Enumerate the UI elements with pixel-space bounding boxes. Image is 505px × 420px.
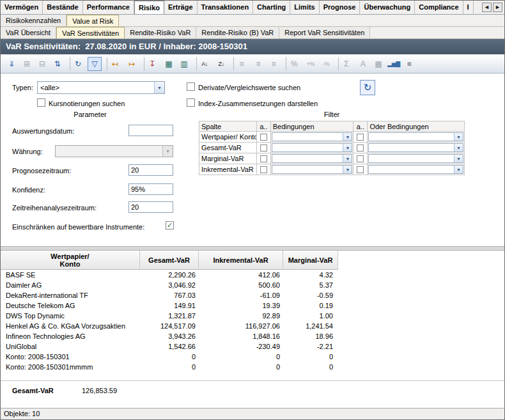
table-row[interactable]: Infineon Technologies AG 3,943.26 1,848.… (1, 331, 338, 341)
menu-tab[interactable]: Transaktionen (198, 1, 254, 14)
kursnotierungen-checkbox[interactable] (37, 98, 45, 107)
einschraenken-checkbox[interactable]: ✓ (166, 221, 174, 229)
align-left-icon[interactable]: ≡ (233, 57, 250, 71)
import-icon[interactable]: ⇓ (4, 57, 19, 71)
font-icon[interactable]: A (356, 57, 370, 71)
derivate-checkbox[interactable] (187, 82, 195, 91)
bedingungen-dropdown[interactable]: ▼ (272, 165, 353, 174)
menu-tab[interactable]: Risiko (134, 1, 164, 14)
table-row[interactable]: DWS Top Dynamic 1,321.87 92.89 1.00 (1, 311, 338, 321)
table-row[interactable]: Deutsche Telekom AG 149.91 19.39 0.19 (1, 300, 338, 311)
table-row[interactable]: UniGlobal 1,542.66 -230.49 -2.21 (1, 341, 338, 352)
table-row[interactable]: Konto: 2008-150301mmmm 0 0 0 (1, 362, 338, 372)
level3-tab[interactable]: VaR Sensitivitäten (56, 27, 125, 38)
chevron-down-icon[interactable]: ▼ (454, 144, 463, 152)
filter-or-checkbox[interactable] (357, 134, 364, 141)
menu-tab[interactable]: Limits (290, 1, 319, 14)
stop-icon[interactable]: ■ (402, 57, 416, 71)
chevron-down-icon[interactable]: ▼ (343, 155, 352, 162)
expand-rows-icon[interactable]: ⇅ (50, 57, 65, 71)
filter-icon[interactable]: ▽ (88, 57, 102, 71)
column-view-icon[interactable]: ▥ (177, 57, 191, 71)
menu-tab[interactable]: Prognose (320, 1, 361, 14)
konfidenz-input[interactable] (128, 183, 173, 195)
export-icon[interactable]: ⊟ (35, 57, 49, 71)
refresh-button[interactable]: ↻ (360, 80, 375, 95)
fit-window-icon[interactable]: ⊞ (20, 57, 34, 71)
bedingungen-dropdown[interactable]: ▼ (272, 154, 353, 163)
column-header-gesamt-var[interactable]: Gesamt-VaR (140, 251, 199, 269)
table-row[interactable]: Henkel AG & Co. KGaA Vorzugsaktien 124,5… (1, 321, 338, 331)
table-view-icon[interactable]: ▦ (162, 57, 176, 71)
percent-icon[interactable]: % (286, 57, 302, 71)
chevron-down-icon[interactable]: ▼ (454, 166, 463, 173)
menu-tab[interactable]: Compliance (415, 1, 463, 14)
filter-and-checkbox[interactable] (260, 166, 267, 173)
menu-tab[interactable]: Performance (83, 1, 134, 14)
column-header-wertpapier-konto[interactable]: Wertpapier/ Konto (1, 251, 140, 269)
grid-icon[interactable]: ▦ (371, 57, 385, 71)
menu-tab[interactable]: Überwachung (360, 1, 415, 14)
percent-increase-icon[interactable]: +% (304, 57, 318, 71)
column-header-inkremental-var[interactable]: Inkremental-VaR (199, 251, 283, 269)
prognosezeitraum-input[interactable] (128, 164, 173, 176)
level2-tab[interactable]: Risikokennzahlen (1, 15, 66, 26)
level3-tab[interactable]: Rendite-Risiko VaR (125, 27, 196, 38)
chevron-down-icon[interactable]: ▼ (154, 82, 164, 93)
filter-and-checkbox[interactable] (260, 144, 267, 152)
drilldown-icon[interactable]: ↧ (144, 57, 160, 71)
menu-tab[interactable]: Charting (253, 1, 290, 14)
menu-tab[interactable]: Erträge (164, 1, 198, 14)
table-row[interactable]: DekaRent-international TF 767.03 -61.09 … (1, 290, 338, 300)
refresh-icon[interactable]: ↻ (70, 57, 86, 71)
zeitreihenanalysezeitraum-input[interactable] (128, 201, 173, 213)
level3-tab[interactable]: Report VaR Sensitivitäten (279, 27, 370, 38)
bedingungen-dropdown[interactable]: ▼ (272, 143, 353, 152)
table-row[interactable]: Konto: 2008-150301 0 0 0 (1, 352, 338, 362)
menu-tab[interactable]: I (463, 1, 474, 14)
splitter[interactable] (1, 246, 504, 251)
chevron-down-icon[interactable]: ▼ (454, 155, 463, 162)
align-center-icon[interactable]: ≡ (251, 57, 265, 71)
oder-bedingungen-dropdown[interactable]: ▼ (368, 132, 463, 141)
typen-dropdown[interactable]: <alle> ▼ (37, 81, 165, 94)
marginal-var-cell: -0.59 (283, 292, 338, 299)
chart-icon[interactable]: ▂▅▇ (387, 57, 401, 71)
oder-bedingungen-dropdown[interactable]: ▼ (368, 165, 463, 174)
table-row[interactable]: BASF SE 2,290.26 412.06 4.32 (1, 270, 338, 280)
level3-tab[interactable]: Rendite-Risiko (B) VaR (196, 27, 279, 38)
level3-tab[interactable]: VaR Übersicht (1, 27, 56, 38)
filter-or-checkbox[interactable] (357, 166, 364, 173)
oder-bedingungen-dropdown[interactable]: ▼ (368, 154, 463, 163)
filter-and-checkbox[interactable] (260, 134, 267, 141)
scroll-tabs-right-button[interactable]: ► (493, 3, 502, 12)
chevron-down-icon[interactable]: ▼ (343, 144, 352, 152)
menu-tab[interactable]: Vermögen (1, 1, 43, 14)
wertpapier-cell: Konto: 2008-150301 (1, 353, 140, 361)
scroll-tabs-left-button[interactable]: ◄ (482, 3, 492, 12)
column-header-marginal-var[interactable]: Marginal-VaR (283, 251, 338, 269)
index-zusammensetzungen-checkbox[interactable] (187, 98, 195, 107)
level2-tab[interactable]: Value at Risk (66, 15, 119, 26)
sort-ascending-icon[interactable]: A↓ (196, 57, 213, 71)
align-right-icon[interactable]: ≡ (267, 57, 281, 71)
chevron-down-icon[interactable]: ▼ (343, 133, 352, 141)
chevron-down-icon[interactable]: ▼ (454, 133, 463, 141)
auswertungsdatum-input[interactable] (128, 125, 173, 136)
filter-header-aktiv2: a.. (354, 121, 368, 132)
goto-first-icon[interactable]: ↤ (107, 57, 123, 71)
goto-last-icon[interactable]: ↦ (125, 57, 139, 71)
percent-decrease-icon[interactable]: -% (319, 57, 333, 71)
menu-tab[interactable]: Bestände (43, 1, 83, 14)
einschraenken-label: Einschränken auf bewertbare Instrumente: (12, 223, 144, 231)
filter-and-checkbox[interactable] (260, 155, 267, 162)
waehrung-dropdown[interactable]: ▼ (55, 145, 173, 157)
sum-icon[interactable]: Σ (338, 57, 355, 71)
filter-or-checkbox[interactable] (357, 144, 364, 152)
bedingungen-dropdown[interactable]: ▼ (272, 132, 353, 141)
filter-or-checkbox[interactable] (357, 155, 364, 162)
chevron-down-icon[interactable]: ▼ (343, 166, 352, 173)
sort-descending-icon[interactable]: Z↓ (214, 57, 228, 71)
oder-bedingungen-dropdown[interactable]: ▼ (368, 143, 463, 152)
table-row[interactable]: Daimler AG 3,046.92 500.60 5.37 (1, 280, 338, 290)
